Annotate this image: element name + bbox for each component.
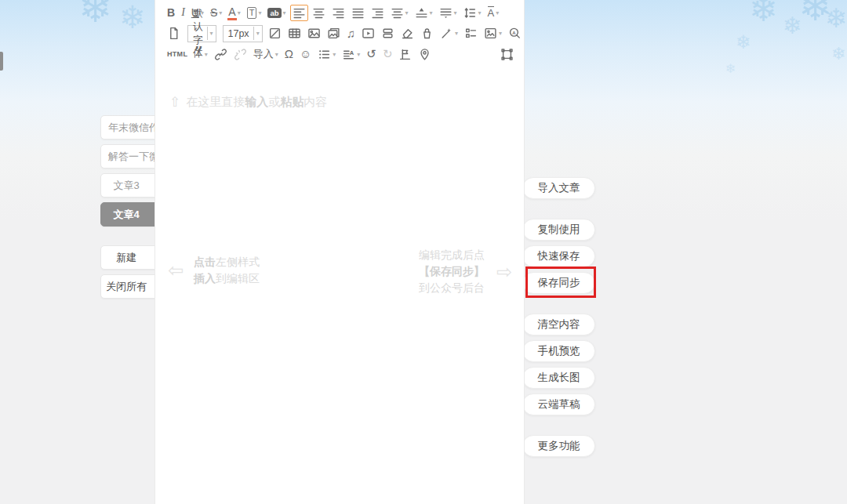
remove-link-button[interactable] [231,46,249,63]
bold-button[interactable]: B [165,5,177,20]
checklist-button[interactable] [462,25,480,42]
font-family-select[interactable]: 默认字体▾ [187,25,216,42]
align-left-button[interactable] [290,5,308,21]
up-arrow-icon: ⇧ [169,94,180,111]
emoji-button[interactable]: ☺ [297,46,314,62]
line-spacing-button[interactable]: ▾ [437,5,460,21]
new-article-button[interactable]: 新建 [100,245,161,270]
generate-long-image-button[interactable]: 生成长图 [522,367,595,389]
tab-article-4[interactable]: 文章4 [100,202,161,227]
phone-preview-button[interactable]: 手机预览 [522,340,595,362]
text-frame-button[interactable]: T▾ [245,5,264,20]
line-height-button[interactable]: ▾ [461,5,484,21]
quick-save-button[interactable]: 快速保存 [522,245,595,267]
svg-text:A: A [350,49,354,56]
letter-spacing-button[interactable]: A▾ [485,5,502,20]
align-center-button[interactable] [310,5,328,21]
close-all-button[interactable]: 关闭所有 [100,274,161,299]
font-size-select[interactable]: 17px▾ [223,25,263,42]
clear-format-button[interactable] [418,25,436,42]
sort-style-button[interactable]: A▾ [340,46,362,63]
svg-text:A: A [512,31,516,35]
save-sync-button[interactable]: 保存同步 [522,272,595,294]
text-highlight-button[interactable]: ab▾ [265,6,288,20]
snowflake-icon: ❄ [725,63,736,75]
find-replace-button[interactable]: A [506,25,524,42]
placeholder-text: 在这里直接输入或粘贴内容 [186,95,327,110]
insert-image-button[interactable] [305,25,323,42]
tab-article-2[interactable]: 解答一下微 [100,144,161,169]
editor-placeholder: ⇧ 在这里直接输入或粘贴内容 [169,94,327,111]
clear-content-button[interactable]: 清空内容 [522,314,595,335]
snowflake-icon: ❄ [831,45,845,63]
margin-spacing-button[interactable]: ▾ [413,5,435,21]
left-edge-artifact [0,52,3,71]
snowflake-icon: ❄ [798,0,833,27]
editor-toolbar: BIU▾S▾A▾T▾ab▾▾▾▾▾A▾默认字体▾17px▾♫▾▾AHTML”▾导… [155,0,524,63]
special-char-button[interactable]: Ω [282,46,296,62]
insert-video-button[interactable] [359,25,377,42]
divider-button[interactable] [266,25,284,42]
cloud-draft-button[interactable]: 云端草稿 [522,393,595,415]
snowflake-icon: ❄ [736,33,751,52]
snowflake-icon: ❄ [825,5,847,31]
strikethrough-button[interactable]: S▾ [208,5,224,20]
align-justify-button[interactable] [349,5,367,21]
snowflake-icon: ❄ [78,0,113,28]
left-hint-text: 点击左侧样式 插入到编辑区 [194,254,260,287]
right-arrow-icon: ⇨ [496,263,512,281]
image-tools-button[interactable]: ▾ [482,25,504,42]
insert-link-button[interactable] [212,46,230,63]
left-arrow-icon: ⇦ [168,261,184,280]
article-tabs-sidebar: 年末微信作解答一下微文章3文章4新建关闭所有 [100,115,161,299]
more-features-button[interactable]: 更多功能 [522,435,595,457]
redo-button[interactable]: ↻ [380,46,395,62]
font-color-button[interactable]: A▾ [226,4,242,21]
magic-wand-button[interactable]: ▾ [438,25,460,42]
copy-use-button[interactable]: 复制使用 [522,219,595,241]
one-key-typeset-button[interactable] [396,46,414,63]
paragraph-format-button[interactable]: ▾ [388,5,411,21]
tab-article-3[interactable]: 文章3 [100,173,161,198]
table-button[interactable] [285,25,304,42]
actions-sidebar: 导入文章复制使用快速保存保存同步清空内容手机预览生成长图云端草稿更多功能 [522,177,595,457]
image-album-button[interactable] [325,25,343,42]
undo-button[interactable]: ↺ [364,46,379,62]
snowflake-icon: ❄ [749,0,778,27]
tab-article-1[interactable]: 年末微信作 [100,115,161,140]
fullscreen-button[interactable] [498,46,516,63]
html-source-button[interactable]: HTML [165,46,190,62]
save-sync-hint: 编辑完成后点 【保存同步】 到公众号后台 ⇨ [419,247,512,296]
editor-panel: BIU▾S▾A▾T▾ab▾▾▾▾▾A▾默认字体▾17px▾♫▾▾AHTML”▾导… [154,0,525,504]
blockquote-button[interactable]: ”▾ [191,48,210,61]
layout-columns-button[interactable] [379,25,397,42]
import-button[interactable]: 导入▾ [251,46,281,62]
right-hint-text: 编辑完成后点 【保存同步】 到公众号后台 [419,247,485,296]
location-stamp-button[interactable] [416,46,434,63]
eraser-button[interactable] [398,25,416,42]
snowflake-icon: ❄ [119,2,146,33]
list-style-button[interactable]: ▾ [315,46,338,63]
indent-button[interactable] [369,5,387,21]
import-article-button[interactable]: 导入文章 [522,177,595,199]
new-document-button[interactable] [165,25,183,42]
app-window: ❄❄❄❄❄❄❄❄❄❄❄❄❄ 年末微信作解答一下微文章3文章4新建关闭所有 BIU… [0,0,847,504]
editor-canvas[interactable]: ⇧ 在这里直接输入或粘贴内容 ⇦ 点击左侧样式 插入到编辑区 编辑完成后点 【保… [155,61,524,504]
left-styles-hint: ⇦ 点击左侧样式 插入到编辑区 [168,254,260,287]
snowflake-icon: ❄ [783,14,802,38]
italic-button[interactable]: I [179,5,187,20]
align-right-button[interactable] [329,5,347,21]
insert-music-button[interactable]: ♫ [344,26,358,42]
